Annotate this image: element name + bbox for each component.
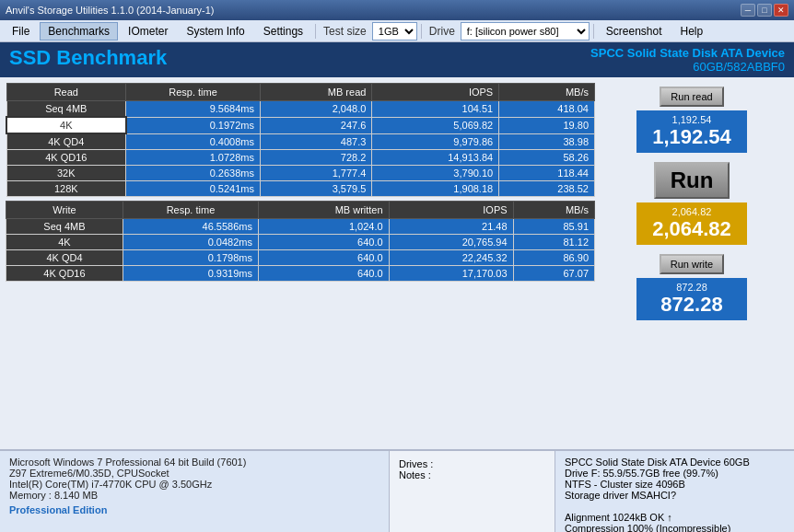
write-mbs-1: 81.12 bbox=[513, 235, 594, 250]
close-button[interactable]: ✕ bbox=[774, 4, 788, 17]
drive-select[interactable]: f: [silicon power s80] bbox=[461, 22, 590, 40]
read-score-block: Run read 1,192.54 1,192.54 bbox=[636, 87, 747, 153]
maximize-button[interactable]: □ bbox=[757, 4, 772, 17]
table-row: 128K 0.5241ms 3,579.5 1,908.18 238.52 bbox=[6, 181, 595, 197]
read-iops-3: 14,913.84 bbox=[372, 150, 499, 166]
table-row: 32K 0.2638ms 1,777.4 3,790.10 118.44 bbox=[6, 166, 595, 181]
table-row: Seq 4MB 46.5586ms 1,024.0 21.48 85.91 bbox=[6, 219, 595, 235]
table-row: 4K QD4 0.1798ms 640.0 22,245.32 86.90 bbox=[6, 250, 595, 266]
test-size-select[interactable]: 1GB 4GB 8GB bbox=[372, 22, 417, 40]
read-table: Read Resp. time MB read IOPS MB/s Seq 4M… bbox=[6, 83, 595, 197]
run-read-button[interactable]: Run read bbox=[660, 87, 723, 107]
menu-iometer[interactable]: IOmeter bbox=[120, 22, 176, 40]
menu-separator-1 bbox=[315, 24, 316, 39]
table-row: Seq 4MB 9.5684ms 2,048.0 104.51 418.04 bbox=[6, 101, 595, 118]
read-mbs-0: 418.04 bbox=[499, 101, 595, 118]
write-iops-3: 17,170.03 bbox=[389, 266, 513, 282]
write-score-block: Run write 872.28 872.28 bbox=[636, 254, 747, 320]
status-sysinfo: Microsoft Windows 7 Professional 64 bit … bbox=[0, 451, 389, 532]
read-row-label-1: 4K bbox=[6, 117, 126, 133]
table-row: 4K QD4 0.4008ms 487.3 9,979.86 38.98 bbox=[6, 133, 595, 150]
read-mbs-3: 58.26 bbox=[499, 150, 595, 166]
read-mbs-4: 118.44 bbox=[499, 166, 595, 181]
test-size-label: Test size bbox=[320, 25, 370, 38]
read-mb-0: 2,048.0 bbox=[260, 101, 371, 118]
menu-screenshot[interactable]: Screenshot bbox=[598, 22, 671, 40]
read-resp-4: 0.2638ms bbox=[126, 166, 261, 181]
total-score-display: 2,064.82 2,064.82 bbox=[636, 202, 747, 245]
mb-write-col-header: MB written bbox=[258, 202, 389, 219]
total-score-value: 2,064.82 bbox=[644, 217, 740, 241]
app-header: SSD Benchmark SPCC Solid State Disk ATA … bbox=[0, 42, 794, 77]
table-row: 4K 0.0482ms 640.0 20,765.94 81.12 bbox=[6, 235, 595, 250]
window-title: Anvil's Storage Utilities 1.1.0 (2014-Ja… bbox=[6, 5, 741, 16]
menu-bar: File Benchmarks IOmeter System Info Sett… bbox=[0, 20, 794, 42]
write-row-label-2: 4K QD4 bbox=[6, 250, 123, 266]
read-iops-2: 9,979.86 bbox=[372, 133, 499, 150]
read-resp-1: 0.1972ms bbox=[126, 117, 261, 133]
menu-file[interactable]: File bbox=[4, 22, 38, 40]
write-mbs-0: 85.91 bbox=[513, 219, 594, 235]
main-area: SSD Benchmark SPCC Solid State Disk ATA … bbox=[0, 42, 794, 532]
status-drives: Drives : Notes : bbox=[389, 451, 555, 532]
drive-label: Drive bbox=[426, 25, 459, 38]
menu-separator-3 bbox=[593, 24, 594, 39]
read-mb-5: 3,579.5 bbox=[260, 181, 371, 197]
table-row: 4K QD16 1.0728ms 728.2 14,913.84 58.26 bbox=[6, 150, 595, 166]
read-resp-0: 9.5684ms bbox=[126, 101, 261, 118]
content-area: Read Resp. time MB read IOPS MB/s Seq 4M… bbox=[0, 77, 794, 449]
write-mb-0: 1,024.0 bbox=[258, 219, 389, 235]
read-score-display: 1,192.54 1,192.54 bbox=[636, 110, 747, 153]
run-button[interactable]: Run bbox=[654, 162, 730, 199]
write-mbs-2: 86.90 bbox=[513, 250, 594, 266]
table-row: 4K 0.1972ms 247.6 5,069.82 19.80 bbox=[6, 117, 595, 133]
menu-separator-2 bbox=[421, 24, 422, 39]
menu-help[interactable]: Help bbox=[672, 22, 712, 40]
sysinfo-line-2: Intel(R) Core(TM) i7-4770K CPU @ 3.50GHz bbox=[9, 479, 379, 490]
mb-read-col-header: MB read bbox=[260, 84, 371, 101]
write-mb-3: 640.0 bbox=[258, 266, 389, 282]
menu-settings[interactable]: Settings bbox=[255, 22, 311, 40]
window-controls: ─ □ ✕ bbox=[741, 4, 788, 17]
write-iops-2: 22,245.32 bbox=[389, 250, 513, 266]
read-row-label-4: 32K bbox=[6, 166, 126, 181]
menu-benchmarks[interactable]: Benchmarks bbox=[40, 22, 118, 40]
iops-read-col-header: IOPS bbox=[372, 84, 499, 101]
read-row-label-0: Seq 4MB bbox=[6, 101, 126, 118]
read-resp-2: 0.4008ms bbox=[126, 133, 261, 150]
write-score-label-small: 872.28 bbox=[644, 282, 740, 293]
read-col-header: Read bbox=[6, 84, 126, 101]
write-score-display: 872.28 872.28 bbox=[636, 278, 747, 320]
read-iops-5: 1,908.18 bbox=[372, 181, 499, 197]
read-mb-3: 728.2 bbox=[260, 150, 371, 166]
run-write-button[interactable]: Run write bbox=[660, 254, 724, 274]
status-bar: Microsoft Windows 7 Professional 64 bit … bbox=[0, 449, 794, 532]
read-mbs-2: 38.98 bbox=[499, 133, 595, 150]
table-row: 4K QD16 0.9319ms 640.0 17,170.03 67.07 bbox=[6, 266, 595, 282]
write-row-label-0: Seq 4MB bbox=[6, 219, 123, 235]
menu-system-info[interactable]: System Info bbox=[178, 22, 252, 40]
read-mb-1: 247.6 bbox=[260, 117, 371, 133]
drive-info-line-0: SPCC Solid State Disk ATA Device 60GB bbox=[565, 457, 785, 468]
write-mbs-3: 67.07 bbox=[513, 266, 594, 282]
read-mbs-5: 238.52 bbox=[499, 181, 595, 197]
read-iops-1: 5,069.82 bbox=[372, 117, 499, 133]
write-col-header: Write bbox=[6, 202, 123, 219]
device-name: SPCC Solid State Disk ATA Device bbox=[590, 46, 785, 60]
resp-time-col-header: Resp. time bbox=[126, 84, 261, 101]
write-resp-2: 0.1798ms bbox=[123, 250, 258, 266]
sysinfo-line-0: Microsoft Windows 7 Professional 64 bit … bbox=[9, 457, 379, 468]
iops-write-col-header: IOPS bbox=[389, 202, 513, 219]
ssd-benchmark-title: SSD Benchmark bbox=[9, 46, 167, 70]
minimize-button[interactable]: ─ bbox=[741, 4, 755, 17]
write-table: Write Resp. time MB written IOPS MB/s Se… bbox=[6, 201, 595, 282]
sysinfo-line-3: Memory : 8.140 MB bbox=[9, 490, 379, 501]
write-mb-1: 640.0 bbox=[258, 235, 389, 250]
write-iops-1: 20,765.94 bbox=[389, 235, 513, 250]
read-resp-5: 0.5241ms bbox=[126, 181, 261, 197]
notes-label: Notes : bbox=[399, 469, 545, 480]
resp-time-write-col-header: Resp. time bbox=[123, 202, 258, 219]
read-mb-4: 1,777.4 bbox=[260, 166, 371, 181]
read-score-value: 1,192.54 bbox=[644, 125, 740, 149]
title-bar: Anvil's Storage Utilities 1.1.0 (2014-Ja… bbox=[0, 0, 794, 20]
